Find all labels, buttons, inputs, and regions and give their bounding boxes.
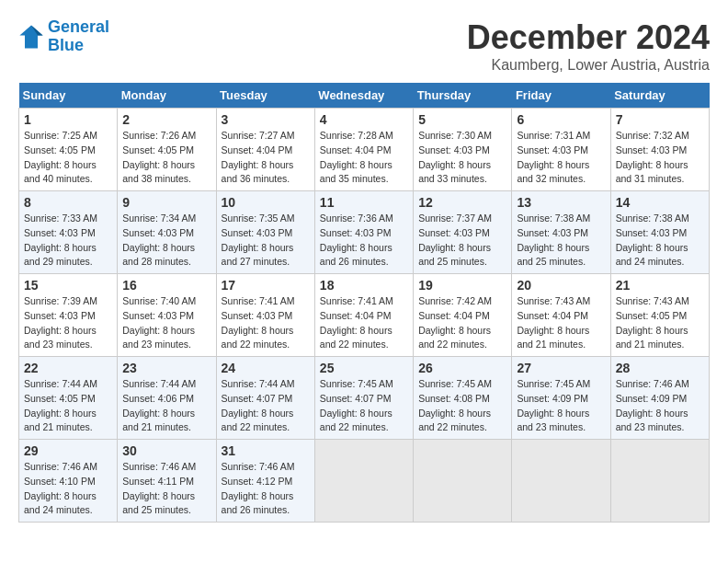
day-number: 18 [320, 278, 408, 293]
table-row: 18Sunrise: 7:41 AM Sunset: 4:04 PM Dayli… [314, 274, 413, 357]
table-row: 10Sunrise: 7:35 AM Sunset: 4:03 PM Dayli… [216, 191, 314, 274]
calendar-week-row: 22Sunrise: 7:44 AM Sunset: 4:05 PM Dayli… [19, 357, 710, 440]
day-number: 19 [418, 278, 506, 293]
day-info: Sunrise: 7:46 AM Sunset: 4:12 PM Dayligh… [222, 460, 310, 518]
day-number: 9 [122, 195, 210, 210]
day-number: 22 [24, 361, 112, 375]
table-row: 12Sunrise: 7:37 AM Sunset: 4:03 PM Dayli… [414, 191, 512, 274]
day-number: 28 [616, 361, 704, 375]
table-row: 22Sunrise: 7:44 AM Sunset: 4:05 PM Dayli… [19, 357, 118, 440]
day-number: 26 [418, 361, 506, 375]
day-number: 25 [320, 361, 408, 375]
day-info: Sunrise: 7:39 AM Sunset: 4:03 PM Dayligh… [24, 294, 112, 352]
day-info: Sunrise: 7:45 AM Sunset: 4:08 PM Dayligh… [418, 377, 506, 435]
table-row: 3Sunrise: 7:27 AM Sunset: 4:04 PM Daylig… [216, 109, 314, 191]
header: General Blue December 2024 Kaumberg, Low… [18, 18, 710, 74]
day-number: 5 [418, 112, 506, 127]
col-friday: Friday [512, 83, 610, 109]
table-row: 25Sunrise: 7:45 AM Sunset: 4:07 PM Dayli… [314, 357, 413, 440]
day-info: Sunrise: 7:35 AM Sunset: 4:03 PM Dayligh… [222, 212, 310, 270]
day-info: Sunrise: 7:41 AM Sunset: 4:03 PM Dayligh… [222, 294, 310, 352]
table-row: 6Sunrise: 7:31 AM Sunset: 4:03 PM Daylig… [512, 109, 610, 191]
day-info: Sunrise: 7:25 AM Sunset: 4:05 PM Dayligh… [24, 129, 112, 187]
table-row: 23Sunrise: 7:44 AM Sunset: 4:06 PM Dayli… [118, 357, 216, 440]
day-info: Sunrise: 7:26 AM Sunset: 4:05 PM Dayligh… [122, 129, 210, 187]
table-row: 31Sunrise: 7:46 AM Sunset: 4:12 PM Dayli… [216, 440, 314, 523]
location-title: Kaumberg, Lower Austria, Austria [467, 57, 710, 74]
day-info: Sunrise: 7:38 AM Sunset: 4:03 PM Dayligh… [616, 212, 704, 270]
svg-marker-0 [19, 25, 42, 48]
day-info: Sunrise: 7:30 AM Sunset: 4:03 PM Dayligh… [418, 129, 506, 187]
day-info: Sunrise: 7:34 AM Sunset: 4:03 PM Dayligh… [122, 212, 210, 270]
table-row: 29Sunrise: 7:46 AM Sunset: 4:10 PM Dayli… [19, 440, 118, 523]
calendar-header-row: Sunday Monday Tuesday Wednesday Thursday… [19, 83, 710, 109]
table-row: 20Sunrise: 7:43 AM Sunset: 4:04 PM Dayli… [512, 274, 610, 357]
table-row [414, 440, 512, 523]
day-number: 15 [24, 278, 112, 293]
calendar-week-row: 1Sunrise: 7:25 AM Sunset: 4:05 PM Daylig… [19, 109, 710, 191]
day-info: Sunrise: 7:46 AM Sunset: 4:10 PM Dayligh… [24, 460, 112, 518]
day-number: 3 [222, 112, 310, 127]
logo-line2: Blue [48, 36, 84, 54]
day-info: Sunrise: 7:40 AM Sunset: 4:03 PM Dayligh… [122, 294, 210, 352]
day-number: 11 [320, 195, 408, 210]
day-number: 7 [616, 112, 704, 127]
table-row [314, 440, 413, 523]
day-number: 8 [24, 195, 112, 210]
col-monday: Monday [118, 83, 216, 109]
day-number: 1 [24, 112, 112, 127]
table-row: 24Sunrise: 7:44 AM Sunset: 4:07 PM Dayli… [216, 357, 314, 440]
day-info: Sunrise: 7:27 AM Sunset: 4:04 PM Dayligh… [222, 129, 310, 187]
table-row: 19Sunrise: 7:42 AM Sunset: 4:04 PM Dayli… [414, 274, 512, 357]
day-info: Sunrise: 7:43 AM Sunset: 4:05 PM Dayligh… [616, 294, 704, 352]
title-area: December 2024 Kaumberg, Lower Austria, A… [467, 18, 710, 74]
day-number: 4 [320, 112, 408, 127]
day-number: 27 [517, 361, 605, 375]
day-number: 29 [24, 443, 112, 458]
table-row: 11Sunrise: 7:36 AM Sunset: 4:03 PM Dayli… [314, 191, 413, 274]
calendar-week-row: 8Sunrise: 7:33 AM Sunset: 4:03 PM Daylig… [19, 191, 710, 274]
day-info: Sunrise: 7:38 AM Sunset: 4:03 PM Dayligh… [517, 212, 605, 270]
table-row: 7Sunrise: 7:32 AM Sunset: 4:03 PM Daylig… [610, 109, 709, 191]
day-info: Sunrise: 7:45 AM Sunset: 4:09 PM Dayligh… [517, 377, 605, 435]
col-sunday: Sunday [19, 83, 118, 109]
table-row: 26Sunrise: 7:45 AM Sunset: 4:08 PM Dayli… [414, 357, 512, 440]
day-number: 16 [122, 278, 210, 293]
table-row: 28Sunrise: 7:46 AM Sunset: 4:09 PM Dayli… [610, 357, 709, 440]
calendar-week-row: 15Sunrise: 7:39 AM Sunset: 4:03 PM Dayli… [19, 274, 710, 357]
col-tuesday: Tuesday [216, 83, 314, 109]
day-number: 31 [222, 443, 310, 458]
day-info: Sunrise: 7:33 AM Sunset: 4:03 PM Dayligh… [24, 212, 112, 270]
day-number: 10 [222, 195, 310, 210]
table-row: 21Sunrise: 7:43 AM Sunset: 4:05 PM Dayli… [610, 274, 709, 357]
table-row: 27Sunrise: 7:45 AM Sunset: 4:09 PM Dayli… [512, 357, 610, 440]
day-info: Sunrise: 7:43 AM Sunset: 4:04 PM Dayligh… [517, 294, 605, 352]
table-row: 13Sunrise: 7:38 AM Sunset: 4:03 PM Dayli… [512, 191, 610, 274]
day-info: Sunrise: 7:44 AM Sunset: 4:07 PM Dayligh… [222, 377, 310, 435]
table-row: 15Sunrise: 7:39 AM Sunset: 4:03 PM Dayli… [19, 274, 118, 357]
table-row: 16Sunrise: 7:40 AM Sunset: 4:03 PM Dayli… [118, 274, 216, 357]
day-info: Sunrise: 7:36 AM Sunset: 4:03 PM Dayligh… [320, 212, 408, 270]
table-row: 30Sunrise: 7:46 AM Sunset: 4:11 PM Dayli… [118, 440, 216, 523]
day-info: Sunrise: 7:46 AM Sunset: 4:09 PM Dayligh… [616, 377, 704, 435]
day-info: Sunrise: 7:41 AM Sunset: 4:04 PM Dayligh… [320, 294, 408, 352]
logo-icon [18, 24, 44, 50]
day-number: 21 [616, 278, 704, 293]
day-number: 14 [616, 195, 704, 210]
day-info: Sunrise: 7:44 AM Sunset: 4:05 PM Dayligh… [24, 377, 112, 435]
day-number: 6 [517, 112, 605, 127]
calendar-table: Sunday Monday Tuesday Wednesday Thursday… [18, 83, 710, 523]
table-row: 2Sunrise: 7:26 AM Sunset: 4:05 PM Daylig… [118, 109, 216, 191]
day-info: Sunrise: 7:46 AM Sunset: 4:11 PM Dayligh… [122, 460, 210, 518]
day-info: Sunrise: 7:44 AM Sunset: 4:06 PM Dayligh… [122, 377, 210, 435]
day-info: Sunrise: 7:37 AM Sunset: 4:03 PM Dayligh… [418, 212, 506, 270]
calendar-week-row: 29Sunrise: 7:46 AM Sunset: 4:10 PM Dayli… [19, 440, 710, 523]
table-row: 5Sunrise: 7:30 AM Sunset: 4:03 PM Daylig… [414, 109, 512, 191]
day-info: Sunrise: 7:32 AM Sunset: 4:03 PM Dayligh… [616, 129, 704, 187]
table-row: 9Sunrise: 7:34 AM Sunset: 4:03 PM Daylig… [118, 191, 216, 274]
table-row: 1Sunrise: 7:25 AM Sunset: 4:05 PM Daylig… [19, 109, 118, 191]
day-number: 13 [517, 195, 605, 210]
table-row: 4Sunrise: 7:28 AM Sunset: 4:04 PM Daylig… [314, 109, 413, 191]
day-number: 24 [222, 361, 310, 375]
logo: General Blue [18, 18, 109, 55]
